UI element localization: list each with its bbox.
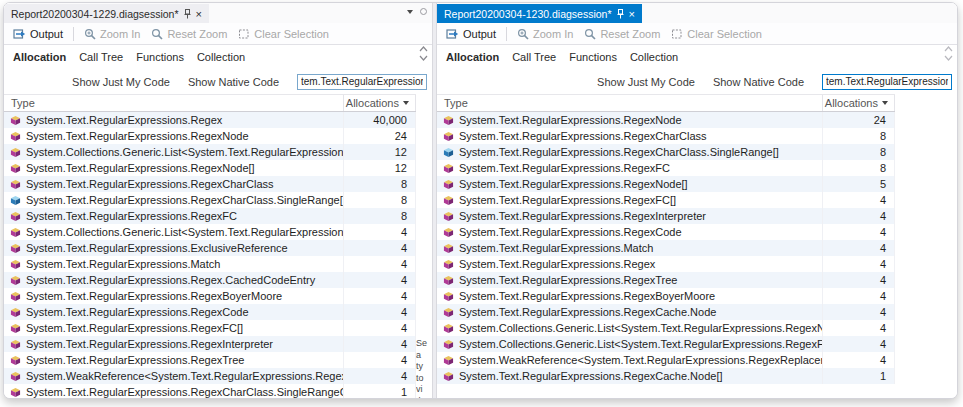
allocations-value: 24 — [344, 128, 416, 144]
close-icon[interactable]: × — [196, 9, 202, 19]
type-cell: System.Text.RegularExpressions.RegexCode — [4, 304, 344, 320]
show-native-code-link[interactable]: Show Native Code — [188, 76, 279, 88]
tab-collection[interactable]: Collection — [630, 51, 678, 63]
reset-zoom-icon — [151, 28, 163, 40]
output-icon — [13, 28, 26, 40]
allocations-value: 4 — [823, 336, 895, 352]
table-row[interactable]: System.Text.RegularExpressions.Match4 — [4, 256, 416, 272]
table-row[interactable]: System.Text.RegularExpressions.RegexChar… — [4, 192, 416, 208]
class-type-icon — [10, 291, 21, 302]
allocations-value: 1 — [344, 384, 416, 398]
show-native-code-link[interactable]: Show Native Code — [713, 76, 804, 88]
reset-zoom-button[interactable]: Reset Zoom — [580, 24, 664, 44]
tab-call-tree[interactable]: Call Tree — [79, 51, 123, 63]
type-cell: System.Text.RegularExpressions.RegexBoye… — [4, 288, 344, 304]
clear-selection-button[interactable]: Clear Selection — [667, 24, 766, 44]
struct-type-icon — [10, 195, 21, 206]
tab-functions[interactable]: Functions — [136, 51, 184, 63]
type-column-header[interactable]: Type — [4, 95, 344, 111]
zoom-in-icon — [517, 28, 529, 40]
table-row[interactable]: System.Text.RegularExpressions.RegexCach… — [437, 368, 895, 384]
class-type-icon — [10, 339, 21, 350]
show-just-my-code-link[interactable]: Show Just My Code — [72, 76, 170, 88]
table-row[interactable]: System.Text.RegularExpressions.RegexInte… — [4, 336, 416, 352]
type-name: System.Text.RegularExpressions.RegexInte… — [26, 338, 273, 350]
allocations-value: 4 — [344, 320, 416, 336]
class-type-icon — [10, 163, 21, 174]
tab-allocation[interactable]: Allocation — [13, 51, 66, 63]
tabbar-aux-controls — [407, 8, 427, 15]
pin-icon[interactable] — [184, 9, 191, 19]
table-row[interactable]: System.Collections.Generic.List<System.T… — [437, 320, 895, 336]
document-tab-1230[interactable]: Report20200304-1230.diagsession* × — [437, 4, 642, 23]
table-row[interactable]: System.Text.RegularExpressions.RegexChar… — [437, 128, 895, 144]
document-tab-1229[interactable]: Report20200304-1229.diagsession* × — [4, 4, 209, 23]
table-row[interactable]: System.Text.RegularExpressions.Exclusive… — [4, 240, 416, 256]
table-row[interactable]: System.Text.RegularExpressions.RegexFC[]… — [4, 320, 416, 336]
tab-call-tree[interactable]: Call Tree — [512, 51, 556, 63]
table-row[interactable]: System.Text.RegularExpressions.RegexTree… — [437, 272, 895, 288]
table-row[interactable]: System.Text.RegularExpressions.RegexInte… — [437, 208, 895, 224]
table-row[interactable]: System.Text.RegularExpressions.RegexCach… — [437, 304, 895, 320]
type-filter-input[interactable] — [822, 74, 952, 90]
type-name: System.Text.RegularExpressions.RegexInte… — [459, 210, 706, 222]
chevron-down-icon[interactable] — [407, 10, 413, 14]
type-cell: System.WeakReference<System.Text.Regular… — [437, 352, 823, 368]
allocations-value: 24 — [823, 112, 895, 128]
clear-selection-button[interactable]: Clear Selection — [234, 24, 333, 44]
table-row[interactable]: System.Text.RegularExpressions.Regex40,0… — [4, 112, 416, 128]
table-row[interactable]: System.Text.RegularExpressions.Match4 — [437, 240, 895, 256]
allocations-column-header[interactable]: Allocations — [344, 95, 416, 111]
type-filter-input[interactable] — [297, 74, 427, 90]
table-row[interactable]: System.Text.RegularExpressions.RegexBoye… — [437, 288, 895, 304]
table-row[interactable]: System.Text.RegularExpressions.RegexFC8 — [4, 208, 416, 224]
table-row[interactable]: System.WeakReference<System.Text.Regular… — [4, 368, 416, 384]
tab-options-icon[interactable] — [420, 8, 427, 15]
table-row[interactable]: System.Text.RegularExpressions.Regex4 — [437, 256, 895, 272]
allocations-value: 4 — [344, 224, 416, 240]
table-row[interactable]: System.Text.RegularExpressions.RegexFC[]… — [437, 192, 895, 208]
right-table-body: System.Text.RegularExpressions.RegexNode… — [437, 112, 895, 398]
table-row[interactable]: System.Text.RegularExpressions.RegexNode… — [4, 160, 416, 176]
table-row[interactable]: System.Text.RegularExpressions.RegexFC8 — [437, 160, 895, 176]
zoom-in-button[interactable]: Zoom In — [80, 24, 144, 44]
table-row[interactable]: System.Collections.Generic.List<System.T… — [437, 336, 895, 352]
class-type-icon — [443, 211, 454, 222]
scroll-down-icon[interactable] — [419, 55, 428, 61]
reset-zoom-button[interactable]: Reset Zoom — [147, 24, 231, 44]
table-row[interactable]: System.Text.RegularExpressions.RegexNode… — [4, 128, 416, 144]
scroll-down-icon[interactable] — [944, 55, 953, 61]
table-row[interactable]: System.Text.RegularExpressions.RegexChar… — [437, 144, 895, 160]
tab-collection[interactable]: Collection — [197, 51, 245, 63]
class-type-icon — [443, 115, 454, 126]
close-icon[interactable]: × — [629, 9, 635, 19]
class-type-icon — [10, 275, 21, 286]
pin-icon[interactable] — [617, 9, 624, 19]
scroll-up-icon[interactable] — [944, 46, 953, 52]
table-row[interactable]: System.Text.RegularExpressions.RegexCode… — [4, 304, 416, 320]
table-row[interactable]: System.Text.RegularExpressions.RegexChar… — [4, 384, 416, 398]
show-just-my-code-link[interactable]: Show Just My Code — [597, 76, 695, 88]
tab-functions[interactable]: Functions — [569, 51, 617, 63]
table-row[interactable]: System.Text.RegularExpressions.RegexChar… — [4, 176, 416, 192]
table-row[interactable]: System.WeakReference<System.Text.Regular… — [437, 352, 895, 368]
table-row[interactable]: System.Collections.Generic.List<System.T… — [4, 144, 416, 160]
type-name: System.Text.RegularExpressions.RegexNode — [26, 130, 249, 142]
table-row[interactable]: System.Text.RegularExpressions.RegexTree… — [4, 352, 416, 368]
table-row[interactable]: System.Text.RegularExpressions.RegexBoye… — [4, 288, 416, 304]
output-button[interactable]: Output — [442, 24, 500, 44]
scroll-up-icon[interactable] — [419, 46, 428, 52]
type-cell: System.Collections.Generic.List<System.T… — [4, 224, 344, 240]
table-row[interactable]: System.Text.RegularExpressions.RegexCode… — [437, 224, 895, 240]
zoom-in-button[interactable]: Zoom In — [513, 24, 577, 44]
type-column-header[interactable]: Type — [437, 95, 823, 111]
table-row[interactable]: System.Text.RegularExpressions.RegexNode… — [437, 176, 895, 192]
tab-allocation[interactable]: Allocation — [446, 51, 499, 63]
allocations-value: 8 — [823, 144, 895, 160]
allocations-column-header[interactable]: Allocations — [823, 95, 895, 111]
table-row[interactable]: System.Text.RegularExpressions.RegexNode… — [437, 112, 895, 128]
type-name: System.Text.RegularExpressions.Exclusive… — [26, 242, 288, 254]
table-row[interactable]: System.Text.RegularExpressions.Regex.Cac… — [4, 272, 416, 288]
output-button[interactable]: Output — [9, 24, 67, 44]
table-row[interactable]: System.Collections.Generic.List<System.T… — [4, 224, 416, 240]
